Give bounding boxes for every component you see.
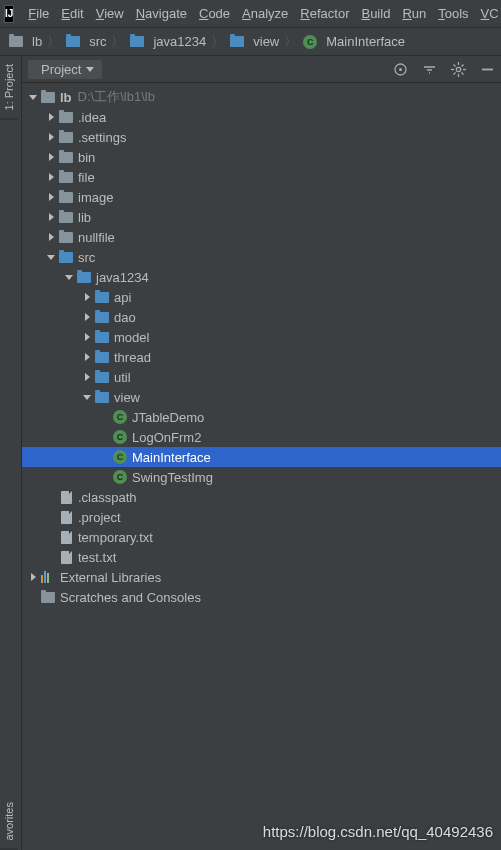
breadcrumb-separator-icon: 〉 <box>111 33 124 51</box>
tree-node-label: src <box>78 250 95 265</box>
expand-open-icon[interactable] <box>26 90 40 104</box>
tree-node[interactable]: .project <box>22 507 501 527</box>
menu-vc[interactable]: VC <box>475 6 501 21</box>
tree-node[interactable]: .settings <box>22 127 501 147</box>
menu-file[interactable]: File <box>22 6 55 21</box>
expand-closed-icon[interactable] <box>80 350 94 364</box>
breadcrumb-item[interactable]: java1234 <box>129 34 206 49</box>
package-icon <box>94 352 110 363</box>
tree-node[interactable]: .idea <box>22 107 501 127</box>
tree-node[interactable]: model <box>22 327 501 347</box>
breadcrumb: lb〉src〉java1234〉view〉CMainInterface <box>0 28 501 56</box>
expand-closed-icon[interactable] <box>80 290 94 304</box>
svg-line-12 <box>462 64 464 66</box>
tree-node-label: util <box>114 370 131 385</box>
tree-node[interactable]: view <box>22 387 501 407</box>
expand-closed-icon[interactable] <box>44 210 58 224</box>
folder-icon <box>58 172 74 183</box>
package-icon <box>94 332 110 343</box>
tree-node-label: test.txt <box>78 550 116 565</box>
menu-view[interactable]: View <box>90 6 130 21</box>
menu-edit[interactable]: Edit <box>55 6 89 21</box>
breadcrumb-separator-icon: 〉 <box>284 33 297 51</box>
expand-closed-icon[interactable] <box>44 130 58 144</box>
tree-node[interactable]: image <box>22 187 501 207</box>
expand-closed-icon[interactable] <box>80 310 94 324</box>
expand-open-icon[interactable] <box>80 390 94 404</box>
tree-node[interactable]: Scratches and Consoles <box>22 587 501 607</box>
project-view-selector[interactable]: Project <box>28 60 102 79</box>
menu-code[interactable]: Code <box>193 6 236 21</box>
file-icon <box>58 491 74 504</box>
tree-node-label: lb <box>60 90 72 105</box>
tree-node[interactable]: util <box>22 367 501 387</box>
menu-navigate[interactable]: Navigate <box>130 6 193 21</box>
favorites-tool-tab[interactable]: avorites <box>0 794 18 850</box>
expand-closed-icon[interactable] <box>80 330 94 344</box>
collapse-all-icon[interactable] <box>422 62 437 77</box>
tree-node-label: model <box>114 330 149 345</box>
breadcrumb-item[interactable]: view <box>229 34 279 49</box>
tree-node[interactable]: lib <box>22 207 501 227</box>
tree-node-label: Scratches and Consoles <box>60 590 201 605</box>
chevron-down-icon <box>86 67 94 72</box>
expand-closed-icon[interactable] <box>80 370 94 384</box>
breadcrumb-item[interactable]: CMainInterface <box>302 34 405 49</box>
hide-icon[interactable] <box>480 62 495 77</box>
menu-run[interactable]: Run <box>396 6 432 21</box>
source-folder-icon <box>76 272 92 283</box>
folder-icon <box>8 36 24 47</box>
tree-node[interactable]: api <box>22 287 501 307</box>
menu-analyze[interactable]: Analyze <box>236 6 294 21</box>
tree-node[interactable]: thread <box>22 347 501 367</box>
project-tree[interactable]: lbD:\工作\lb1\lb.idea.settingsbinfileimage… <box>22 83 501 850</box>
tree-node[interactable]: src <box>22 247 501 267</box>
tree-node[interactable]: dao <box>22 307 501 327</box>
class-icon: C <box>112 410 128 424</box>
tree-node-label: java1234 <box>96 270 149 285</box>
expand-closed-icon[interactable] <box>44 190 58 204</box>
expand-open-icon[interactable] <box>44 250 58 264</box>
expand-closed-icon[interactable] <box>44 170 58 184</box>
file-icon <box>58 551 74 564</box>
gear-icon[interactable] <box>451 62 466 77</box>
tree-node-hint: D:\工作\lb1\lb <box>78 88 155 106</box>
tree-node[interactable]: CJTableDemo <box>22 407 501 427</box>
tree-node[interactable]: java1234 <box>22 267 501 287</box>
tree-node-label: MainInterface <box>132 450 211 465</box>
project-tool-tab[interactable]: 1: Project <box>0 56 18 119</box>
tree-node-label: .idea <box>78 110 106 125</box>
tree-node[interactable]: CMainInterface <box>22 447 501 467</box>
expand-none <box>98 450 112 464</box>
tree-node[interactable]: file <box>22 167 501 187</box>
expand-closed-icon[interactable] <box>44 150 58 164</box>
svg-point-4 <box>456 67 460 71</box>
expand-open-icon[interactable] <box>62 270 76 284</box>
folder-icon <box>40 592 56 603</box>
menu-tools[interactable]: Tools <box>432 6 474 21</box>
tree-node[interactable]: .classpath <box>22 487 501 507</box>
menu-refactor[interactable]: Refactor <box>294 6 355 21</box>
tree-node[interactable]: test.txt <box>22 547 501 567</box>
tree-node[interactable]: External Libraries <box>22 567 501 587</box>
source-folder-icon <box>129 36 145 47</box>
expand-closed-icon[interactable] <box>44 110 58 124</box>
tree-node[interactable]: bin <box>22 147 501 167</box>
expand-closed-icon[interactable] <box>44 230 58 244</box>
tree-node[interactable]: CSwingTestImg <box>22 467 501 487</box>
expand-closed-icon[interactable] <box>26 570 40 584</box>
package-icon <box>94 312 110 323</box>
expand-none <box>44 530 58 544</box>
menu-build[interactable]: Build <box>355 6 396 21</box>
tree-node[interactable]: CLogOnFrm2 <box>22 427 501 447</box>
breadcrumb-item[interactable]: src <box>65 34 106 49</box>
file-icon <box>58 531 74 544</box>
tree-node[interactable]: lbD:\工作\lb1\lb <box>22 87 501 107</box>
folder-icon <box>58 212 74 223</box>
source-folder-icon <box>65 36 81 47</box>
tree-node[interactable]: nullfile <box>22 227 501 247</box>
tree-node[interactable]: temporary.txt <box>22 527 501 547</box>
locate-icon[interactable] <box>393 62 408 77</box>
breadcrumb-item[interactable]: lb <box>8 34 42 49</box>
package-icon <box>94 372 110 383</box>
